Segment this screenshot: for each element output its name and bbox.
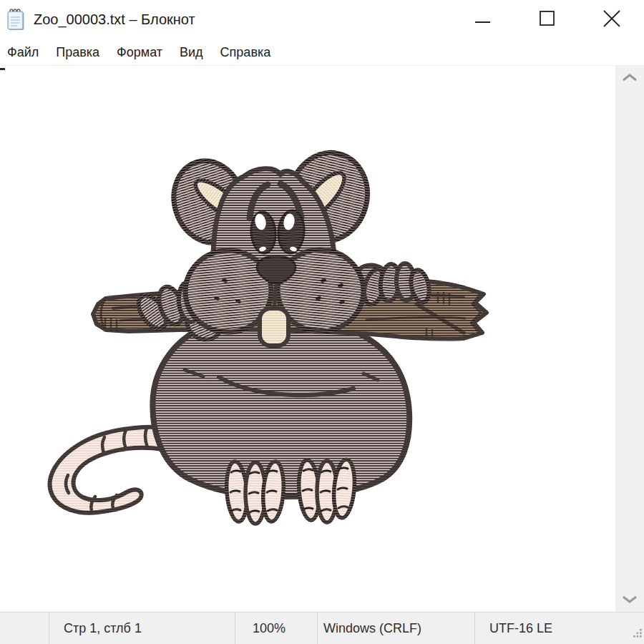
chevron-up-icon	[622, 72, 638, 84]
window-controls	[451, 0, 644, 39]
maximize-icon	[540, 11, 555, 29]
close-icon	[603, 10, 620, 30]
menu-item-view[interactable]: Вид	[180, 45, 203, 60]
close-button[interactable]	[580, 0, 644, 39]
status-cell-cursor-position: Стр 1, стлб 1	[49, 613, 235, 644]
status-cell-zoom: 100%	[235, 613, 317, 644]
maximize-button[interactable]	[515, 0, 580, 39]
title-bar: Zoo_00003.txt – Блокнот	[0, 0, 644, 39]
document-content-mouse-art	[0, 66, 617, 613]
window-title: Zoo_00003.txt – Блокнот	[34, 11, 195, 28]
status-cell-encoding: UTF-16 LE	[474, 613, 644, 644]
resize-grip-icon[interactable]	[632, 627, 643, 642]
status-cell-empty	[0, 613, 49, 644]
minimize-button[interactable]	[451, 0, 515, 39]
menu-item-file[interactable]: Файл	[7, 45, 39, 60]
minimize-icon	[475, 14, 491, 26]
status-bar: Стр 1, стлб 1 100% Windows (CRLF) UTF-16…	[0, 612, 644, 644]
scroll-down-button[interactable]	[615, 589, 644, 610]
status-cell-line-ending: Windows (CRLF)	[317, 613, 474, 644]
vertical-scrollbar[interactable]	[615, 66, 644, 612]
menu-item-edit[interactable]: Правка	[56, 45, 99, 60]
text-editor-area[interactable]	[0, 65, 644, 612]
notepad-window: Zoo_00003.txt – Блокнот Файл Правка Фор	[0, 0, 644, 644]
notepad-app-icon	[6, 8, 27, 31]
chevron-down-icon	[622, 593, 638, 606]
menu-item-help[interactable]: Справка	[220, 45, 271, 60]
menu-bar: Файл Правка Формат Вид Справка	[0, 39, 644, 65]
menu-item-format[interactable]: Формат	[117, 45, 162, 60]
scroll-up-button[interactable]	[615, 67, 644, 89]
